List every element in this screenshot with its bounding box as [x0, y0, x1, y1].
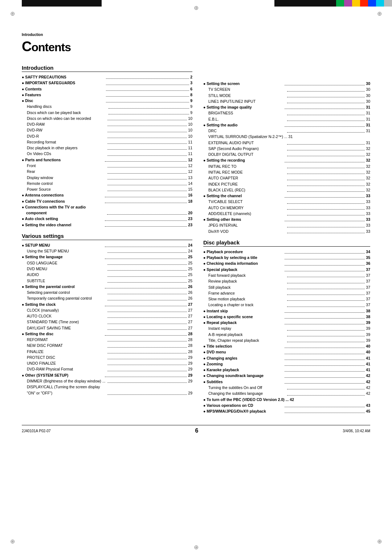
footer: 2J40101A P02-07 6 3/4/06, 10:42 AM: [22, 425, 370, 434]
toc-entry: BRIGHTNESS31: [203, 110, 370, 116]
toc-entry: Temporarily cancelling parental control2…: [22, 295, 192, 301]
breadcrumb: Introduction: [22, 33, 370, 37]
toc-entry: "ON" or "OFF")29: [22, 390, 192, 396]
toc-entry: Fast forward playback37: [203, 272, 370, 278]
toc-entry: ● Special playback37: [203, 267, 370, 272]
toc-entry: OSD LANGUAGE25: [22, 260, 192, 266]
toc-entry: ● Zooming41: [203, 361, 370, 367]
toc-entry: AUDIO25: [22, 272, 192, 278]
toc-right: ● Setting the screen30 TV SCREEN30 STILL…: [203, 62, 370, 414]
toc-entry: ● Setting the parental control26: [22, 284, 192, 289]
section-disc-playback: Disc playback ● Playback procedure34 ● P…: [203, 239, 370, 414]
toc-entry: FINALIZE28: [22, 349, 192, 355]
toc-entry: ● Antenna connections16: [22, 192, 192, 198]
toc-entry: STANDARD TIME (Time zone)27: [22, 319, 192, 325]
toc-entry: DVD-RAM Physical Format29: [22, 366, 192, 372]
toc-entry: Discs which can be played back9: [22, 110, 192, 116]
toc-entry: ● SAFTY PRECAUTIONS2: [22, 74, 192, 80]
toc-entry: Selecting parental control26: [22, 289, 192, 295]
toc-entry: REFORMAT28: [22, 337, 192, 343]
toc-entry: CLOCK (manually)27: [22, 307, 192, 313]
toc-entry: DivX® VOD33: [203, 228, 370, 234]
toc-entry: Using the SETUP MENU24: [22, 248, 192, 254]
toc-entry: DVD MENU25: [22, 266, 192, 272]
toc-entry: INITIAL REC MODE32: [203, 169, 370, 175]
toc-entry: DIMMER (Brightness of the display window…: [22, 378, 192, 384]
toc-entry: ● Setting the disc28: [22, 331, 192, 337]
toc-entry: ● Subtitles42: [203, 379, 370, 385]
toc-entry: ● Disc9: [22, 98, 192, 104]
toc-entry: DAYLIGHT SAVING TIME27: [22, 325, 192, 331]
toc-entry: INDEX PICTURE32: [203, 181, 370, 187]
toc-entry: Disc playback in other players11: [22, 145, 192, 151]
toc-entry: Changing the subtitles language42: [203, 390, 370, 396]
toc-entry: AUTO CHAPTER32: [203, 175, 370, 181]
toc-entry: ADD/DELETE (channels)33: [203, 211, 370, 216]
section-introduction: Introduction ● SAFTY PRECAUTIONS2 ● IMPO…: [22, 65, 192, 228]
toc-entry: ● Setting the image quality31: [203, 104, 370, 110]
toc-entry: DVD-RW10: [22, 127, 192, 133]
page-title: Contents: [22, 39, 370, 54]
toc-entry: On Video CDs11: [22, 151, 192, 157]
toc-entry: ● Setting other items33: [203, 216, 370, 222]
toc-entry: Rear12: [22, 169, 192, 174]
toc-entry: ● Connections with the TV or audio: [22, 204, 192, 210]
toc-entry: Recording format11: [22, 139, 192, 145]
toc-entry: ● Setting the screen30: [203, 81, 370, 86]
toc-entry: Power Source15: [22, 186, 192, 192]
toc-entry: DRC31: [203, 128, 370, 134]
reg-mark-br: ⊕: [377, 538, 382, 545]
toc-entry: ● Playback by selecting a title35: [203, 255, 370, 260]
toc-entry: Discs on which video can be recorded10: [22, 116, 192, 121]
toc-entry: JPEG INTERVAL33: [203, 222, 370, 228]
page-content: Introduction Contents Introduction ● SAF…: [0, 0, 392, 449]
toc-entry: AUTO CH MEMORY33: [203, 205, 370, 211]
toc-entry: ● Setting the recording32: [203, 157, 370, 163]
section-heading-disc: Disc playback: [203, 239, 370, 247]
toc-entry: ● Setting the audio31: [203, 122, 370, 128]
toc-entry: ● Locating a specific scene38: [203, 314, 370, 320]
toc-entry: SAP (Second Audio Program)32: [203, 146, 370, 151]
toc-entry: LINE1 INPUT/LINE2 INPUT30: [203, 98, 370, 104]
toc-entry: ● Changing soundtrack language42: [203, 373, 370, 378]
section-heading-introduction: Introduction: [22, 65, 192, 72]
toc-entry: NEW DISC FORMAT28: [22, 343, 192, 348]
toc-entry: ● Various operations on CD43: [203, 402, 370, 408]
toc-entry: Turning the subtitles On and Off42: [203, 385, 370, 390]
toc-entry: VIRTUAL SURROUND (Spatializer N-2-2™) ..…: [203, 134, 370, 139]
toc-entry: Instant replay39: [203, 325, 370, 331]
toc-entry: TV SCREEN30: [203, 86, 370, 92]
toc-entry: Remote control14: [22, 181, 192, 186]
reg-mark-bl: ⊕: [10, 538, 15, 545]
toc-entry: ● Title selection40: [203, 343, 370, 349]
toc-entry: Review playback37: [203, 278, 370, 284]
toc-entry: INITIAL REC TO32: [203, 163, 370, 169]
section-right-top: ● Setting the screen30 TV SCREEN30 STILL…: [203, 81, 370, 234]
toc-entry: ● DVD menu40: [203, 349, 370, 355]
toc-entry: Frame advance37: [203, 290, 370, 296]
toc-entry: DVD-R10: [22, 133, 192, 139]
toc-entry: ● Instant skip38: [203, 308, 370, 314]
toc-entry: DOLBY DIGITAL OUTPUT32: [203, 151, 370, 157]
toc-entry: AUTO CLOCK27: [22, 313, 192, 319]
toc-entry: ● SETUP MENU24: [22, 242, 192, 248]
toc-entry: Display window13: [22, 175, 192, 181]
toc-entry: ● Repeat playback39: [203, 320, 370, 325]
toc-entry: ● Parts and functions12: [22, 157, 192, 163]
toc-entry: component20: [22, 210, 192, 216]
toc-entry: Front12: [22, 163, 192, 169]
toc-entry: BLACK LEVEL (REC)32: [203, 187, 370, 193]
footer-left: 2J40101A P02-07: [22, 429, 51, 433]
toc-entry: ● Changing angles41: [203, 355, 370, 361]
toc-entry: ● Karaoke playback41: [203, 367, 370, 373]
toc-entry: ● Playback procedure34: [203, 249, 370, 255]
section-heading-various: Various settings: [22, 233, 192, 240]
footer-right: 3/4/06, 10:42 AM: [343, 429, 370, 433]
toc-entry: STILL MODE30: [203, 93, 370, 98]
toc-entry: ● Other (SYSTEM SETUP)29: [22, 372, 192, 378]
toc-entry: ● Cable TV connections18: [22, 198, 192, 204]
toc-entry: ● Auto clock setting23: [22, 216, 192, 222]
toc-left: Introduction ● SAFTY PRECAUTIONS2 ● IMPO…: [22, 62, 192, 414]
toc-entry: ● Contents6: [22, 86, 192, 92]
toc-entry: DVD-RAM10: [22, 121, 192, 127]
